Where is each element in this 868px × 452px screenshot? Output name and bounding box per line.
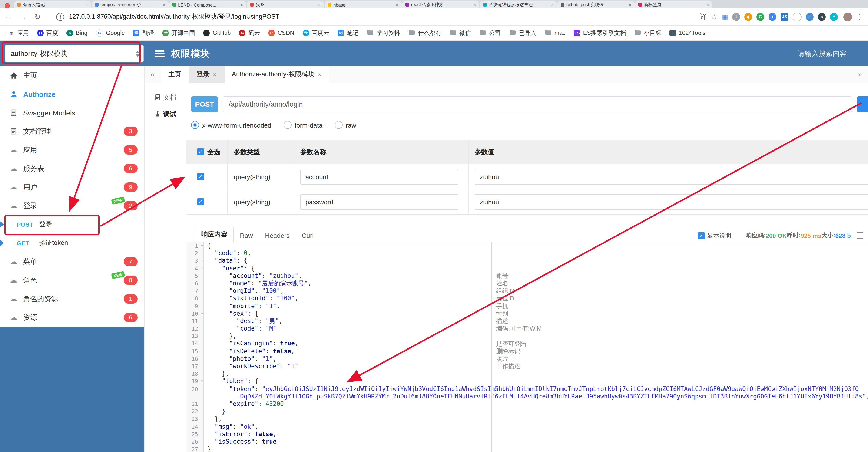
url-text[interactable]: 127.0.0.1:8760/api/gate/doc.html#/author… xyxy=(69,12,694,21)
bookmark-item[interactable]: bBing xyxy=(62,30,92,36)
header-search-input[interactable]: 请输入搜索内容 xyxy=(798,49,847,58)
sidebar-item[interactable]: ☁资源6 xyxy=(0,308,144,327)
browser-tab[interactable]: 头条× xyxy=(247,1,324,8)
sidebar-item[interactable]: Authorize xyxy=(0,85,144,103)
window-close-button[interactable] xyxy=(5,3,10,8)
radio-icon[interactable] xyxy=(335,121,342,129)
nav-debug[interactable]: 调试 xyxy=(145,106,186,123)
bookmark-item[interactable]: GGoogle xyxy=(92,29,129,37)
browser-tab[interactable]: LEND - Compose...× xyxy=(169,1,246,8)
browser-tab[interactable]: 有道云笔记× xyxy=(14,1,91,8)
row-checkbox[interactable]: ✓ xyxy=(197,198,204,205)
menu-icon[interactable] xyxy=(155,50,164,57)
browser-tab[interactable]: github_push实现钱...× xyxy=(557,1,634,8)
sidebar-item[interactable]: ☁应用5 xyxy=(0,141,144,159)
tab-close-icon[interactable]: × xyxy=(551,2,554,7)
content-type-option[interactable]: x-www-form-urlencoded xyxy=(191,121,271,129)
sidebar-item[interactable]: ☁用户9 xyxy=(0,178,144,196)
sidebar-item[interactable]: 主页 xyxy=(0,66,144,85)
row-checkbox[interactable]: ✓ xyxy=(197,173,204,180)
tabs-scroll-right-icon[interactable]: » xyxy=(852,66,868,83)
nav-doc[interactable]: 文档 xyxy=(145,89,186,106)
sidebar-endpoint-get[interactable]: GET验证token xyxy=(0,234,144,252)
extension-info-icon[interactable]: i xyxy=(732,13,740,21)
browser-tab[interactable]: 新标签页× xyxy=(635,1,712,8)
extension-asterisk-icon[interactable]: * xyxy=(830,13,838,21)
extension-js-icon[interactable]: JS xyxy=(781,13,788,21)
extension-bolt-icon[interactable]: ◆ xyxy=(744,13,752,21)
forward-icon[interactable]: → xyxy=(20,12,27,21)
document-tab[interactable]: 主页 xyxy=(161,66,189,83)
back-icon[interactable]: ← xyxy=(5,12,12,21)
param-name-input[interactable] xyxy=(300,169,458,185)
content-type-option[interactable]: raw xyxy=(335,121,356,129)
endpoint-path-input[interactable]: /api/authority/anno/login xyxy=(223,96,852,112)
bookmark-item[interactable]: ESES搜索引擎文档 xyxy=(570,29,630,37)
content-type-option[interactable]: form-data xyxy=(283,121,322,129)
module-select[interactable]: authority-权限模块 xyxy=(5,45,144,62)
send-button[interactable]: 发送 xyxy=(857,96,868,112)
response-tab[interactable]: Raw xyxy=(234,229,259,243)
fullscreen-icon[interactable] xyxy=(857,232,863,239)
tab-close-icon[interactable]: × xyxy=(85,2,88,7)
bookmark-item[interactable]: ▦应用 xyxy=(4,29,33,37)
close-icon[interactable]: × xyxy=(213,71,216,78)
bookmark-item[interactable]: 译翻译 xyxy=(129,29,158,37)
extension-grid-icon[interactable]: ▦ xyxy=(721,12,728,21)
fold-caret-icon[interactable]: ▾ xyxy=(201,242,203,250)
bookmark-item[interactable]: 微信 xyxy=(445,29,475,37)
sidebar-item[interactable]: ☁登录NEW2 xyxy=(0,196,144,215)
fold-caret-icon[interactable]: ▾ xyxy=(201,265,203,272)
param-value-input[interactable] xyxy=(475,169,868,185)
sidebar-item[interactable]: Swagger Models xyxy=(0,103,144,122)
sidebar-item[interactable]: ☁菜单7 xyxy=(0,252,144,271)
tab-close-icon[interactable]: × xyxy=(240,2,243,7)
tab-close-icon[interactable]: × xyxy=(628,2,631,7)
sidebar-item[interactable]: ☁服务表6 xyxy=(0,159,144,178)
radio-icon[interactable] xyxy=(191,121,199,129)
browser-tab[interactable]: 区块链钱包参考这里还...× xyxy=(480,1,557,8)
fold-caret-icon[interactable]: ▾ xyxy=(201,378,203,385)
sidebar-item[interactable]: ☁角色NEW8 xyxy=(0,271,144,289)
fold-caret-icon[interactable]: ▾ xyxy=(201,310,203,317)
translate-icon[interactable]: 译 xyxy=(700,12,707,21)
extension-shield-icon[interactable]: ✓ xyxy=(806,13,814,21)
browser-tab[interactable]: react 传参 5种方...× xyxy=(402,1,479,8)
show-desc-checkbox[interactable]: ✓ xyxy=(698,232,705,239)
bookmark-item[interactable]: 云百度云 xyxy=(298,29,333,37)
param-name-input[interactable] xyxy=(300,194,458,210)
select-all-checkbox[interactable]: ✓ xyxy=(197,148,204,156)
bookmark-item[interactable]: 公司 xyxy=(475,29,505,37)
bookmark-item[interactable]: 百百度 xyxy=(33,29,62,37)
bookmark-item[interactable]: 什么都有 xyxy=(404,29,445,37)
browser-tab[interactable]: hbase× xyxy=(324,1,402,8)
browser-menu-icon[interactable]: ⋮ xyxy=(857,12,863,21)
bookmark-item[interactable]: CCSDN xyxy=(264,30,299,36)
tab-close-icon[interactable]: × xyxy=(163,2,165,7)
page-info-icon[interactable]: i xyxy=(57,13,64,21)
bookmark-item[interactable]: 开开源中国 xyxy=(158,29,199,37)
response-tab[interactable]: Curl xyxy=(296,229,320,243)
fold-caret-icon[interactable]: ▾ xyxy=(201,257,203,265)
tab-close-icon[interactable]: × xyxy=(318,2,321,7)
tab-close-icon[interactable]: × xyxy=(473,2,476,7)
bookmark-item[interactable]: G码云 xyxy=(235,29,264,37)
star-icon[interactable]: ☆ xyxy=(711,12,717,21)
profile-avatar[interactable] xyxy=(843,12,852,21)
tab-close-icon[interactable]: × xyxy=(706,2,709,7)
bookmark-item[interactable]: GitHub xyxy=(199,30,235,36)
param-value-input[interactable] xyxy=(475,194,868,210)
sidebar-item[interactable]: ☁角色的资源1 xyxy=(0,289,144,308)
bookmark-item[interactable]: 学习资料 xyxy=(363,29,404,37)
extension-site-icon[interactable]: s xyxy=(818,13,826,21)
reload-icon[interactable]: ↻ xyxy=(34,12,41,21)
code-area[interactable]: { "code": 0, "data": { "user": { "accoun… xyxy=(204,242,868,452)
radio-icon[interactable] xyxy=(283,121,291,129)
bookmark-item[interactable]: 记笔记 xyxy=(333,29,363,37)
bookmark-item[interactable]: mac xyxy=(540,29,569,37)
sidebar-endpoint-post[interactable]: POST登录 xyxy=(0,215,144,234)
tabs-scroll-left-icon[interactable]: « xyxy=(145,66,161,83)
close-icon[interactable]: × xyxy=(318,71,321,78)
bookmark-item[interactable]: T1024Tools xyxy=(665,30,710,36)
extension-blue-icon[interactable]: ● xyxy=(769,13,776,21)
